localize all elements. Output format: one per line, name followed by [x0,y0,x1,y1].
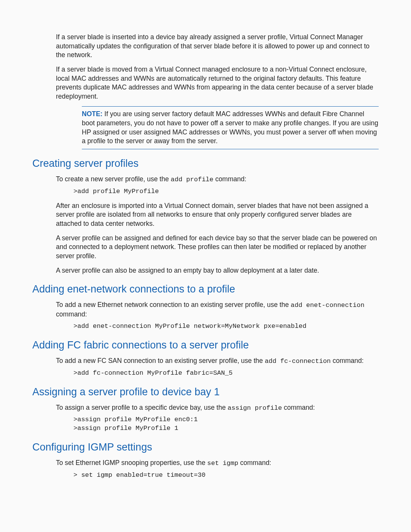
note-box: NOTE: If you are using server factory de… [82,106,379,149]
heading-configuring-igmp: Configuring IGMP settings [32,441,379,453]
sec1-cmd-add-profile: add profile [171,176,213,183]
intro-paragraph-2: If a server blade is moved from a Virtua… [32,65,379,101]
heading-adding-enet-network: Adding enet-network connections to a pro… [32,283,379,295]
heading-assigning-profile: Assigning a server profile to device bay… [32,386,379,398]
sec2-cmd-add-enet: add enet-connection [291,302,365,309]
sec2-p1b: command: [56,310,87,318]
sec5-code1: > set igmp enabled=true timeout=30 [32,471,379,480]
sec1-p1b: command: [213,175,247,183]
sec4-p1a: To assign a server profile to a specific… [56,404,228,411]
sec1-p2: After an enclosure is imported into a Vi… [32,201,379,228]
sec5-p1a: To set Ethernet IGMP snooping properties… [56,459,207,466]
sec2-intro: To add a new Ethernet network connection… [32,300,379,319]
sec4-intro: To assign a server profile to a specific… [32,403,379,413]
sec4-code1: >assign profile MyProfile enc0:1 >assign… [32,415,379,433]
sec3-p1a: To add a new FC SAN connection to an exi… [56,357,265,364]
sec1-p3: A server profile can be assigned and def… [32,234,379,261]
heading-creating-server-profiles: Creating server profiles [32,158,379,169]
sec1-code1: >add profile MyProfile [32,187,379,196]
sec2-p1a: To add a new Ethernet network connection… [56,301,291,308]
sec2-code1: >add enet-connection MyProfile network=M… [32,322,379,331]
sec1-p4: A server profile can also be assigned to… [32,266,379,275]
note-label: NOTE: [82,110,102,118]
sec3-p1b: command: [331,357,364,364]
sec3-code1: >add fc-connection MyProfile fabric=SAN_… [32,369,379,378]
sec5-p1b: command: [238,459,271,466]
sec3-intro: To add a new FC SAN connection to an exi… [32,356,379,366]
sec5-cmd-set-igmp: set igmp [207,460,239,467]
note-text: If you are using server factory default … [82,110,378,145]
sec4-p1b: command: [282,404,315,411]
heading-adding-fc-fabric: Adding FC fabric connections to a server… [32,339,379,351]
intro-paragraph-1: If a server blade is inserted into a dev… [32,33,379,60]
sec1-p1a: To create a new server profile, use the [56,175,171,183]
sec5-intro: To set Ethernet IGMP snooping properties… [32,459,379,468]
sec4-cmd-assign-profile: assign profile [228,404,282,412]
sec1-intro: To create a new server profile, use the … [32,175,379,184]
sec3-cmd-add-fc: add fc-connection [265,358,331,365]
